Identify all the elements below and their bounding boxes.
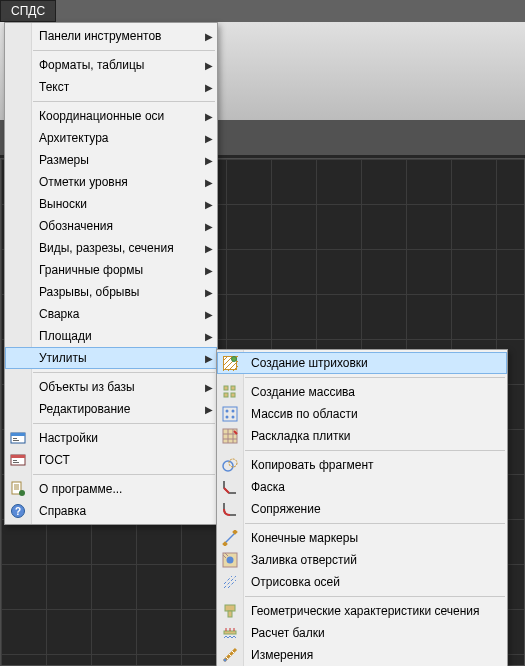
svg-rect-14 xyxy=(224,386,228,390)
svg-point-24 xyxy=(223,461,233,471)
submenu-arrow-icon: ▶ xyxy=(201,177,217,188)
blank-icon xyxy=(5,303,31,325)
blank-icon xyxy=(5,25,31,47)
beam-icon xyxy=(217,622,243,644)
submenu-arrow-icon: ▶ xyxy=(201,243,217,254)
svg-point-21 xyxy=(226,416,229,419)
menu-item-координационные-оси[interactable]: Координационные оси▶ xyxy=(5,105,217,127)
menubar-item-spds[interactable]: СПДС xyxy=(0,0,56,22)
menu-separator xyxy=(33,50,215,51)
svg-rect-30 xyxy=(225,605,235,611)
menu-item-фаска[interactable]: Фаска xyxy=(217,476,507,498)
menu-separator xyxy=(33,423,215,424)
menu-item-label: Размеры xyxy=(31,153,201,167)
submenu-arrow-icon: ▶ xyxy=(201,382,217,393)
menu-item-отметки-уровня[interactable]: Отметки уровня▶ xyxy=(5,171,217,193)
array-area-icon xyxy=(217,403,243,425)
menu-item-расчет-балки[interactable]: Расчет балки xyxy=(217,622,507,644)
help-icon: ? xyxy=(5,500,31,522)
menu-item-о-программе[interactable]: О программе... xyxy=(5,478,217,500)
gost-icon xyxy=(5,449,31,471)
submenu-arrow-icon: ▶ xyxy=(201,60,217,71)
menu-item-геометрические-характеристики-сечения[interactable]: Геометрические характеристики сечения xyxy=(217,600,507,622)
array-icon xyxy=(217,381,243,403)
svg-point-19 xyxy=(226,410,229,413)
submenu-arrow-icon: ▶ xyxy=(201,82,217,93)
menu-item-label: Измерения xyxy=(243,648,507,662)
blank-icon xyxy=(5,149,31,171)
menu-item-панели-инструментов[interactable]: Панели инструментов▶ xyxy=(5,25,217,47)
menu-item-форматы-таблицы[interactable]: Форматы, таблицы▶ xyxy=(5,54,217,76)
submenu-arrow-icon: ▶ xyxy=(201,31,217,42)
menu-item-отрисовка-осей[interactable]: Отрисовка осей xyxy=(217,571,507,593)
endmark-icon xyxy=(217,527,243,549)
menu-item-label: Редактирование xyxy=(31,402,201,416)
menu-item-архитектура[interactable]: Архитектура▶ xyxy=(5,127,217,149)
menu-item-label: Обозначения xyxy=(31,219,201,233)
blank-icon xyxy=(5,376,31,398)
menu-item-разрывы-обрывы[interactable]: Разрывы, обрывы▶ xyxy=(5,281,217,303)
svg-rect-5 xyxy=(11,455,25,458)
holefill-icon xyxy=(217,549,243,571)
submenu-arrow-icon: ▶ xyxy=(201,133,217,144)
menu-item-настройки[interactable]: Настройки xyxy=(5,427,217,449)
menu-item-обозначения[interactable]: Обозначения▶ xyxy=(5,215,217,237)
menu-item-справка[interactable]: ?Справка xyxy=(5,500,217,522)
menu-item-раскладка-плитки[interactable]: Раскладка плитки xyxy=(217,425,507,447)
menu-item-label: Заливка отверстий xyxy=(243,553,507,567)
blank-icon xyxy=(5,171,31,193)
menu-item-конечные-маркеры[interactable]: Конечные маркеры xyxy=(217,527,507,549)
menu-item-label: Виды, разрезы, сечения xyxy=(31,241,201,255)
menu-item-массив-по-области[interactable]: Массив по области xyxy=(217,403,507,425)
menu-item-создание-массива[interactable]: Создание массива xyxy=(217,381,507,403)
submenu-arrow-icon: ▶ xyxy=(201,331,217,342)
menu-item-создание-штриховки[interactable]: Создание штриховки xyxy=(217,352,507,374)
copy-frag-icon xyxy=(217,454,243,476)
menu-item-площади[interactable]: Площади▶ xyxy=(5,325,217,347)
menu-item-редактирование[interactable]: Редактирование▶ xyxy=(5,398,217,420)
blank-icon xyxy=(5,237,31,259)
svg-rect-6 xyxy=(13,460,17,461)
menu-separator xyxy=(33,474,215,475)
menu-item-размеры[interactable]: Размеры▶ xyxy=(5,149,217,171)
blank-icon xyxy=(5,347,31,369)
menu-item-сопряжение[interactable]: Сопряжение xyxy=(217,498,507,520)
menu-item-виды-разрезы-сечения[interactable]: Виды, разрезы, сечения▶ xyxy=(5,237,217,259)
menu-item-label: О программе... xyxy=(31,482,217,496)
menu-item-измерения[interactable]: Измерения xyxy=(217,644,507,666)
menu-item-label: Граничные формы xyxy=(31,263,201,277)
blank-icon xyxy=(5,105,31,127)
section-icon xyxy=(217,600,243,622)
blank-icon xyxy=(5,193,31,215)
menu-item-label: Создание массива xyxy=(243,385,507,399)
menu-item-текст[interactable]: Текст▶ xyxy=(5,76,217,98)
svg-rect-16 xyxy=(224,393,228,397)
svg-rect-3 xyxy=(13,440,19,441)
menu-item-label: Панели инструментов xyxy=(31,29,201,43)
menu-item-label: Массив по области xyxy=(243,407,507,421)
svg-rect-17 xyxy=(231,393,235,397)
menu-separator xyxy=(245,450,505,451)
menu-item-заливка-отверстий[interactable]: Заливка отверстий xyxy=(217,549,507,571)
utilities-submenu: Создание штриховкиСоздание массиваМассив… xyxy=(216,349,508,666)
menu-item-label: Конечные маркеры xyxy=(243,531,507,545)
menu-item-выноски[interactable]: Выноски▶ xyxy=(5,193,217,215)
menu-item-гост[interactable]: ГОСТ xyxy=(5,449,217,471)
submenu-arrow-icon: ▶ xyxy=(201,221,217,232)
menu-item-label: Архитектура xyxy=(31,131,201,145)
menu-item-объекты-из-базы[interactable]: Объекты из базы▶ xyxy=(5,376,217,398)
menu-item-label: Форматы, таблицы xyxy=(31,58,201,72)
submenu-arrow-icon: ▶ xyxy=(201,287,217,298)
menu-item-граничные-формы[interactable]: Граничные формы▶ xyxy=(5,259,217,281)
svg-point-9 xyxy=(19,490,25,496)
blank-icon xyxy=(5,127,31,149)
menu-item-копировать-фрагмент[interactable]: Копировать фрагмент xyxy=(217,454,507,476)
svg-point-20 xyxy=(232,410,235,413)
submenu-arrow-icon: ▶ xyxy=(201,404,217,415)
chamfer-icon xyxy=(217,476,243,498)
blank-icon xyxy=(5,398,31,420)
menu-item-label: Объекты из базы xyxy=(31,380,201,394)
menu-item-сварка[interactable]: Сварка▶ xyxy=(5,303,217,325)
svg-point-22 xyxy=(232,416,235,419)
menu-item-утилиты[interactable]: Утилиты▶ xyxy=(5,347,217,369)
